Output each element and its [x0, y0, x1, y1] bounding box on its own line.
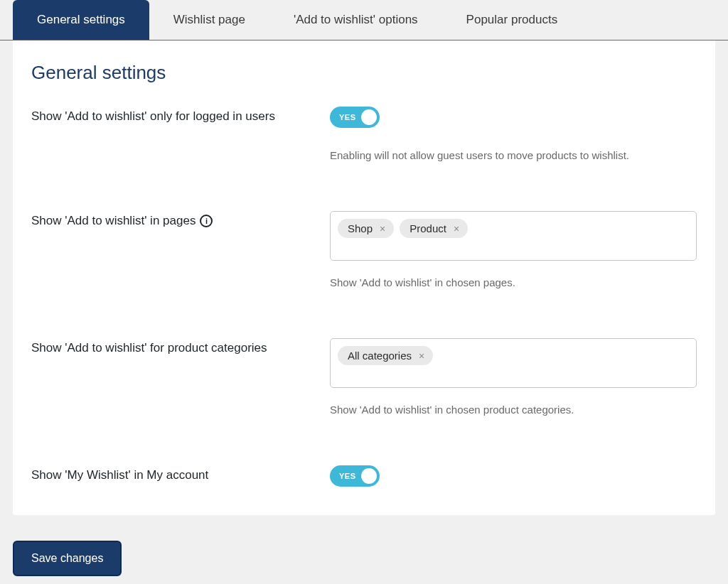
close-icon[interactable]: ×: [454, 224, 459, 234]
setting-categories-control: All categories × Show 'Add to wishlist' …: [330, 338, 697, 416]
toggle-label: YES: [339, 113, 356, 121]
close-icon[interactable]: ×: [419, 351, 424, 361]
save-button[interactable]: Save changes: [13, 541, 122, 576]
pages-multiselect[interactable]: Shop × Product ×: [330, 211, 697, 261]
setting-pages-label: Show 'Add to wishlist' in pages i: [31, 211, 330, 228]
tag-product: Product ×: [400, 219, 468, 238]
toggle-label: YES: [339, 472, 356, 480]
setting-my-account-control: YES: [330, 465, 697, 487]
setting-categories-label: Show 'Add to wishlist' for product categ…: [31, 338, 330, 355]
tag-shop: Shop ×: [338, 219, 394, 238]
setting-logged-only-control: YES Enabling will not allow guest users …: [330, 107, 697, 161]
tabs-nav: General settings Wishlist page 'Add to w…: [0, 0, 728, 40]
tag-label: Product: [410, 222, 446, 234]
tab-wishlist-page[interactable]: Wishlist page: [149, 0, 269, 40]
setting-categories: Show 'Add to wishlist' for product categ…: [31, 338, 697, 416]
setting-my-account-label: Show 'My Wishlist' in My account: [31, 465, 330, 482]
categories-multiselect[interactable]: All categories ×: [330, 338, 697, 388]
label-text: Show 'My Wishlist' in My account: [31, 468, 208, 482]
tag-label: Shop: [348, 222, 373, 234]
settings-panel: General settings Show 'Add to wishlist' …: [13, 40, 715, 515]
toggle-my-account[interactable]: YES: [330, 465, 380, 487]
setting-logged-only: Show 'Add to wishlist' only for logged i…: [31, 107, 697, 161]
setting-pages: Show 'Add to wishlist' in pages i Shop ×…: [31, 211, 697, 288]
label-text: Show 'Add to wishlist' for product categ…: [31, 341, 267, 355]
toggle-knob: [361, 109, 377, 125]
setting-logged-only-label: Show 'Add to wishlist' only for logged i…: [31, 107, 330, 124]
panel-title: General settings: [31, 62, 697, 84]
setting-logged-only-description: Enabling will not allow guest users to m…: [330, 149, 697, 161]
close-icon[interactable]: ×: [380, 224, 385, 234]
tab-general-settings[interactable]: General settings: [13, 0, 149, 40]
label-text: Show 'Add to wishlist' in pages: [31, 214, 196, 228]
setting-pages-control: Shop × Product × Show 'Add to wishlist' …: [330, 211, 697, 288]
setting-pages-description: Show 'Add to wishlist' in chosen pages.: [330, 276, 697, 288]
tab-add-to-wishlist-options[interactable]: 'Add to wishlist' options: [269, 0, 442, 40]
toggle-logged-only[interactable]: YES: [330, 107, 380, 128]
tag-all-categories: All categories ×: [338, 346, 433, 365]
info-icon[interactable]: i: [200, 215, 213, 227]
tab-popular-products[interactable]: Popular products: [442, 0, 582, 40]
toggle-knob: [361, 468, 377, 484]
label-text: Show 'Add to wishlist' only for logged i…: [31, 109, 275, 124]
setting-my-account: Show 'My Wishlist' in My account YES: [31, 465, 697, 487]
setting-categories-description: Show 'Add to wishlist' in chosen product…: [330, 404, 697, 416]
tag-label: All categories: [348, 350, 412, 362]
